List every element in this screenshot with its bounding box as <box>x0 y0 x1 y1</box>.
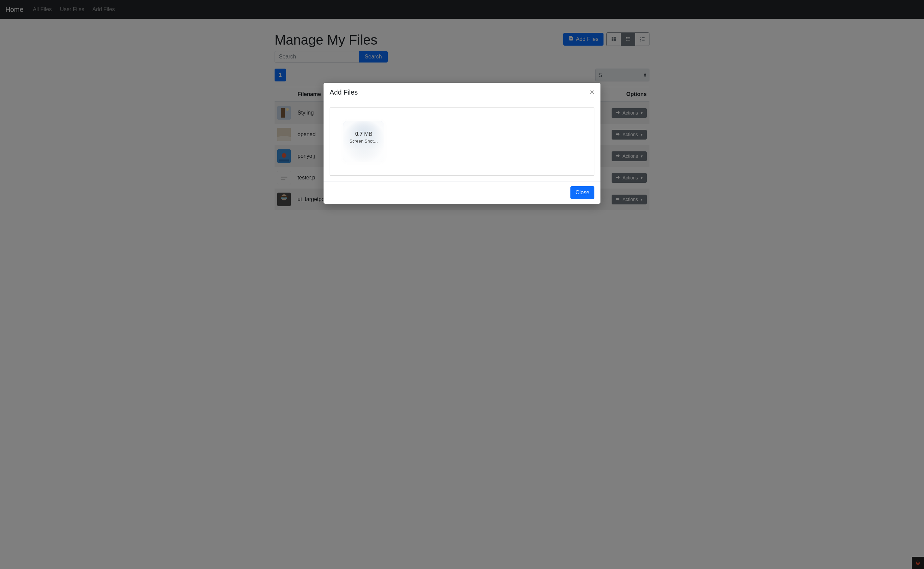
modal-close-button[interactable]: × <box>590 88 595 96</box>
add-files-modal: Add Files × 0.7 MB Screen Shot… Close <box>0 0 924 204</box>
modal-close-footer-button[interactable]: Close <box>570 186 595 199</box>
modal-header: Add Files × <box>323 83 601 102</box>
dropzone[interactable]: 0.7 MB Screen Shot… <box>329 108 595 176</box>
close-icon: × <box>590 88 595 97</box>
upload-file-name: Screen Shot… <box>349 138 378 144</box>
modal-footer: Close <box>323 181 601 204</box>
modal-title: Add Files <box>329 88 358 96</box>
upload-file-size: 0.7 MB <box>355 131 373 137</box>
file-preview[interactable]: 0.7 MB Screen Shot… <box>343 121 384 162</box>
